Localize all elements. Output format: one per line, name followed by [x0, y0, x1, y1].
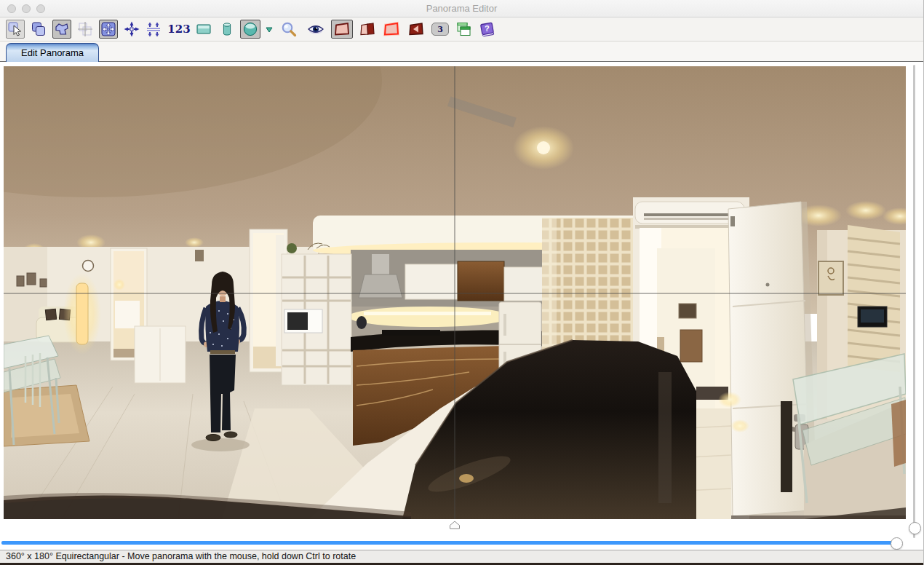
toolbar: 123 — [0, 17, 923, 42]
zoom-tool-button[interactable] — [279, 20, 298, 39]
horizon-marker[interactable] — [449, 519, 461, 532]
more-projections-button[interactable] — [263, 20, 275, 39]
eye-icon — [306, 20, 325, 38]
sphere-projection-icon — [242, 20, 259, 38]
display-image-outlines-button[interactable] — [382, 20, 401, 39]
blended-image-icon — [333, 20, 351, 38]
preview-button[interactable] — [306, 20, 326, 39]
stacked-windows-icon — [455, 20, 472, 38]
select-arrow-icon — [7, 20, 24, 38]
image-number-text: 3 — [437, 25, 443, 34]
show-crosshair-button[interactable] — [76, 20, 95, 39]
select-tool-button[interactable] — [6, 20, 25, 39]
status-text: 360° x 180° Equirectangular - Move panor… — [0, 550, 923, 562]
cylinder-projection-icon — [219, 20, 235, 38]
masked-image-icon — [407, 20, 425, 38]
magnifier-icon — [280, 20, 298, 38]
horizon-marker-icon — [449, 521, 461, 529]
window-title: Panorama Editor — [0, 3, 923, 14]
fit-panorama-button[interactable] — [99, 20, 118, 39]
vertical-slider-thumb[interactable] — [909, 522, 921, 534]
horizontal-slider-thumb[interactable] — [891, 537, 903, 550]
panorama-canvas[interactable] — [4, 66, 906, 519]
straighten-icon — [145, 20, 162, 38]
title-bar[interactable]: Panorama Editor — [0, 0, 923, 17]
show-seams-button[interactable] — [454, 20, 473, 39]
projection-rectilinear-button[interactable] — [194, 20, 214, 39]
tab-label: Edit Panorama — [21, 47, 84, 58]
show-image-numbers-button[interactable]: 3 — [431, 20, 450, 39]
help-button[interactable]: ? — [477, 20, 496, 39]
tab-bar: Edit Panorama — [0, 42, 923, 62]
horizontal-slider-track[interactable] — [1, 541, 896, 545]
vertical-slider-track[interactable] — [913, 65, 915, 538]
panorama-outline-icon — [53, 20, 71, 38]
display-blended-button[interactable] — [331, 20, 353, 39]
image-number-badge: 3 — [431, 23, 449, 36]
crosshair-icon — [76, 20, 94, 38]
projection-cylindrical-button[interactable] — [218, 20, 236, 39]
panorama-editor-window: Panorama Editor — [0, 0, 924, 565]
edit-whole-panorama-button[interactable] — [52, 20, 71, 39]
display-individual-images-button[interactable] — [358, 20, 377, 39]
center-panorama-button[interactable] — [122, 20, 141, 39]
numerical-transform-button[interactable]: 123 — [166, 20, 192, 39]
panorama-image — [4, 66, 906, 519]
rectangle-projection-icon — [195, 20, 212, 38]
half-shaded-image-icon — [359, 20, 376, 38]
tab-edit-panorama[interactable]: Edit Panorama — [6, 43, 99, 62]
help-question-mark: ? — [485, 24, 490, 33]
status-bar: 360° x 180° Equirectangular - Move panor… — [0, 550, 923, 563]
display-masked-button[interactable] — [406, 20, 426, 39]
dropdown-triangle-icon — [264, 20, 274, 38]
fit-arrows-icon — [100, 20, 117, 38]
center-arrows-icon — [123, 20, 140, 38]
editor-area — [0, 62, 923, 565]
numeric-label: 123 — [167, 23, 190, 36]
overlapping-images-icon — [30, 20, 47, 38]
projection-equirectangular-button[interactable] — [240, 20, 260, 39]
straighten-panorama-button[interactable] — [144, 20, 163, 39]
edit-individual-images-button[interactable] — [29, 20, 48, 39]
outlined-image-icon — [383, 20, 400, 38]
